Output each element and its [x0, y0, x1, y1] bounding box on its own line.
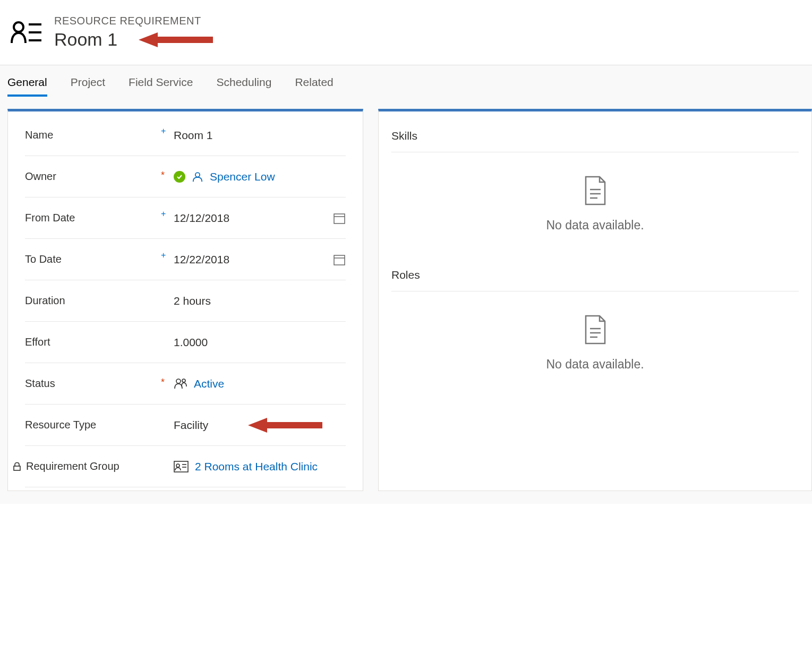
svg-point-23 [182, 379, 185, 382]
svg-marker-24 [248, 418, 322, 433]
field-label: To Date [25, 253, 62, 265]
required-marker: * [161, 377, 165, 388]
content-area: Name + Room 1 Owner * Spencer Low From D… [0, 96, 812, 504]
skills-section-title: Skills [391, 122, 799, 152]
field-duration[interactable]: Duration 2 hours [25, 280, 346, 322]
field-label: Requirement Group [26, 460, 119, 472]
field-resource-type[interactable]: Resource Type Facility [25, 405, 346, 446]
page-header: RESOURCE REQUIREMENT Room 1 [0, 0, 812, 65]
field-value: Room 1 [174, 129, 213, 142]
field-label: Status [25, 377, 55, 390]
skills-empty-state: No data available. [391, 152, 799, 261]
calendar-icon[interactable] [333, 253, 346, 266]
recommended-marker: + [161, 251, 166, 260]
svg-rect-14 [334, 255, 345, 265]
field-label: Owner [25, 170, 56, 183]
svg-marker-4 [139, 32, 213, 47]
verified-icon [174, 171, 185, 183]
required-marker: * [161, 170, 165, 181]
field-to-date[interactable]: To Date + 12/22/2018 [25, 239, 346, 280]
side-panel: Skills No data available. Roles No data … [378, 109, 812, 491]
field-name[interactable]: Name + Room 1 [25, 115, 346, 156]
field-effort[interactable]: Effort 1.0000 [25, 322, 346, 363]
calendar-icon[interactable] [333, 212, 346, 225]
field-label: Duration [25, 295, 65, 307]
owner-link[interactable]: Spencer Low [210, 170, 275, 183]
field-label: Effort [25, 336, 50, 348]
annotation-arrow-title [139, 30, 213, 49]
field-requirement-group[interactable]: Requirement Group 2 Rooms at Health Clin… [25, 446, 346, 487]
person-icon [192, 171, 203, 183]
general-form-panel: Name + Room 1 Owner * Spencer Low From D… [7, 109, 363, 491]
tab-bar: General Project Field Service Scheduling… [0, 65, 812, 96]
annotation-arrow-resource-type [248, 416, 322, 435]
field-value: 12/12/2018 [174, 212, 229, 225]
tab-scheduling[interactable]: Scheduling [216, 73, 271, 96]
svg-point-22 [176, 379, 181, 383]
svg-point-5 [195, 173, 200, 177]
field-owner[interactable]: Owner * Spencer Low [25, 156, 346, 197]
tab-related[interactable]: Related [295, 73, 333, 96]
document-icon [584, 315, 607, 345]
field-value: Facility [174, 419, 208, 432]
entity-type-label: RESOURCE REQUIREMENT [54, 15, 213, 27]
field-value: 12/22/2018 [174, 253, 229, 266]
tab-field-service[interactable]: Field Service [129, 73, 193, 96]
roles-empty-state: No data available. [391, 291, 799, 400]
field-from-date[interactable]: From Date + 12/12/2018 [25, 197, 346, 239]
field-value: 1.0000 [174, 336, 208, 349]
roles-section-title: Roles [391, 261, 799, 291]
svg-rect-25 [14, 466, 20, 470]
id-card-icon [174, 461, 189, 472]
document-icon [584, 176, 607, 205]
empty-text: No data available. [546, 357, 644, 372]
field-label: From Date [25, 212, 75, 224]
empty-text: No data available. [546, 218, 644, 233]
tab-project[interactable]: Project [71, 73, 105, 96]
lock-icon [12, 462, 22, 471]
svg-rect-6 [334, 214, 345, 223]
field-label: Name [25, 129, 53, 141]
record-title: Room 1 [54, 29, 117, 50]
requirement-group-link[interactable]: 2 Rooms at Health Clinic [195, 460, 318, 473]
status-link[interactable]: Active [194, 377, 224, 390]
svg-point-27 [176, 464, 180, 467]
field-status[interactable]: Status * Active [25, 363, 346, 405]
recommended-marker: + [161, 126, 166, 136]
field-label: Resource Type [25, 419, 96, 431]
recommended-marker: + [161, 209, 166, 219]
field-value: 2 hours [174, 295, 211, 307]
tab-general[interactable]: General [7, 73, 47, 96]
status-icon [174, 377, 187, 391]
entity-icon [11, 19, 42, 46]
svg-point-0 [14, 22, 23, 32]
